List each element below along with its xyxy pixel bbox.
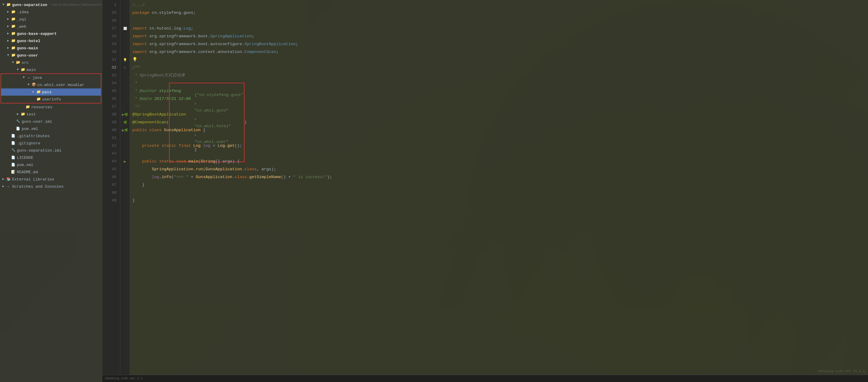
sidebar-item-label: test (27, 112, 36, 117)
code-line-33: * SpringBoot方式启动类 (132, 72, 866, 79)
sidebar-item-external-libraries[interactable]: 📚 External Libraries (0, 176, 102, 183)
sidebar-item-resources[interactable]: 📁 resources (0, 103, 102, 111)
git-file-icon: 📄 (11, 141, 16, 146)
code-token: info (161, 173, 171, 181)
code-token: } (132, 181, 145, 189)
code-token: args (223, 158, 232, 165)
code-line-49: } (132, 197, 866, 204)
sidebar-item-readme[interactable]: 📝 README.md (0, 168, 102, 176)
component-scan-values: {"cn.stylefeng.guns" , "cn.whzl.guns" , … (169, 83, 245, 162)
ext-libraries-icon: 📚 (6, 177, 11, 182)
sidebar-item-pom-root[interactable]: 📄 pom.xml (0, 161, 102, 168)
ln-38: 38 (102, 111, 116, 119)
ln-43: 43 (102, 150, 116, 158)
gutter-40[interactable]: ▶ 🌿 (120, 126, 130, 134)
sidebar-item-java[interactable]: ☕ java (1, 74, 101, 81)
ln-1: 1 (102, 1, 116, 9)
arrow-icon (11, 60, 15, 65)
code-token: } (132, 197, 135, 204)
file-icon: 📄 (11, 155, 16, 160)
code-token: ( (166, 119, 169, 126)
sidebar-item-sql[interactable]: 📁 _sql (0, 15, 102, 23)
sidebar-item-guns-hotel[interactable]: 📁 guns-hotel (0, 37, 102, 44)
code-token: ; (296, 40, 298, 48)
gutter-49 (120, 197, 130, 204)
code-token: static (161, 142, 179, 150)
code-token: . (159, 173, 161, 181)
code-lines[interactable]: /.../ package cn.stylefeng.guns; import … (130, 0, 868, 375)
java-folder-icon: ☕ (27, 75, 31, 80)
code-token: + (188, 173, 195, 181)
sidebar-item-label: guns-base-support (17, 32, 57, 36)
sidebar-item-gitignore[interactable]: 📄 .gitignore (0, 139, 102, 147)
sidebar-item-guns-separation-iml[interactable]: 🔧 guns-separation.iml (0, 147, 102, 154)
sidebar-item-label: guns-main (17, 46, 38, 51)
sidebar-item-label: External Libraries (12, 177, 54, 182)
gutter-44[interactable]: ▶ (120, 158, 130, 165)
gutter-30 (120, 48, 130, 56)
sidebar-item-label: java (32, 75, 42, 80)
arrow-icon (1, 184, 5, 189)
sidebar-item-license[interactable]: 📄 LICENSE (0, 154, 102, 161)
ln-40: 40 (102, 126, 116, 134)
run-icon[interactable]: ▶ (122, 112, 125, 117)
code-token: static (159, 158, 176, 165)
code-token: import (132, 48, 150, 56)
arrow-icon (22, 75, 26, 80)
sidebar-item-guns-user-iml[interactable]: 🔧 guns-user.iml (0, 118, 102, 125)
sidebar-item-test[interactable]: 📁 test (0, 111, 102, 118)
bean-icon: 🌿 (124, 113, 128, 117)
sidebar-item-guns-base-support[interactable]: 📁 guns-base-support (0, 30, 102, 37)
ln-25: 25 (102, 9, 116, 17)
sidebar-item-label: userinfo (42, 97, 61, 102)
gutter-28 (120, 32, 130, 40)
sidebar-item-src[interactable]: 📂 src (0, 59, 102, 66)
sidebar-item-main[interactable]: 📁 main (0, 66, 102, 73)
sidebar-item-root[interactable]: 📁 guns-separation ~/work/devSpace/IDEAsp… (0, 1, 102, 8)
sidebar-item-pass[interactable]: 📁 pass (1, 89, 101, 96)
code-token: org.springframework.boot.autoconfigure. (150, 40, 245, 48)
ln-37: 37 (102, 103, 116, 111)
sidebar-item-web[interactable]: 📁 _web (0, 23, 102, 30)
gutter-38[interactable]: ▶ 🌿 (120, 111, 130, 119)
code-token: ( (198, 158, 200, 165)
bean-icon: 🌿 (124, 128, 128, 132)
bean-icon: 🌿 (123, 121, 127, 124)
run-icon[interactable]: ▶ (122, 128, 125, 133)
folder-icon: 📁 (11, 38, 16, 43)
sidebar-item-idea[interactable]: 📁 .idea (0, 8, 102, 15)
sidebar-item-label: main (27, 68, 36, 72)
ln-34: 34 (102, 79, 116, 87)
code-token: log (152, 173, 159, 181)
sidebar-item-guns-main[interactable]: 📁 guns-main (0, 44, 102, 52)
xml-file-icon: 📄 (16, 126, 21, 131)
code-token: get (227, 142, 235, 150)
sidebar-item-guns-user[interactable]: 📁 guns-user (0, 52, 102, 59)
sidebar-item-pom-user[interactable]: 📄 pom.xml (0, 125, 102, 132)
code-token: ; (276, 48, 279, 56)
run-arrow-icon[interactable]: ▶ (124, 159, 126, 164)
sidebar-item-label: guns-separation.iml (17, 148, 61, 153)
sidebar-path-label: ~/work/devSpace/IDEAspace/guns-sp... (49, 3, 102, 7)
sidebar-item-userinfo[interactable]: 📁 userinfo (1, 96, 101, 103)
code-token: @date (140, 95, 152, 103)
ln-36: 36 (102, 95, 116, 103)
lamp-inline-icon: 💡 (132, 56, 137, 64)
code-token: public (142, 158, 159, 165)
gutter-34 (120, 79, 130, 87)
arrow-icon (6, 17, 10, 21)
sidebar-item-package[interactable]: 📦 cn.whzl.user.moudlar (1, 81, 101, 89)
watermark: ideablog.csdn.net v1.3.1 (817, 369, 865, 373)
sidebar-item-label: .idea (17, 10, 29, 14)
arrow-icon (1, 3, 5, 7)
code-line-1: /.../ (132, 1, 866, 9)
sidebar-item-gitattributes[interactable]: 📄 .gitattributes (0, 132, 102, 139)
code-line-27: import cn.hutool.log. Log ; (132, 25, 866, 32)
sidebar-item-scratches[interactable]: ✏️ Scratches and Consoles (0, 183, 102, 190)
iml-file-icon: 🔧 (16, 119, 21, 124)
code-token: . (247, 173, 249, 181)
iml-file-icon: 🔧 (11, 148, 16, 153)
bookmark-icon: ⬜ (123, 27, 127, 30)
code-token: private (142, 142, 161, 150)
code-token (132, 142, 142, 150)
